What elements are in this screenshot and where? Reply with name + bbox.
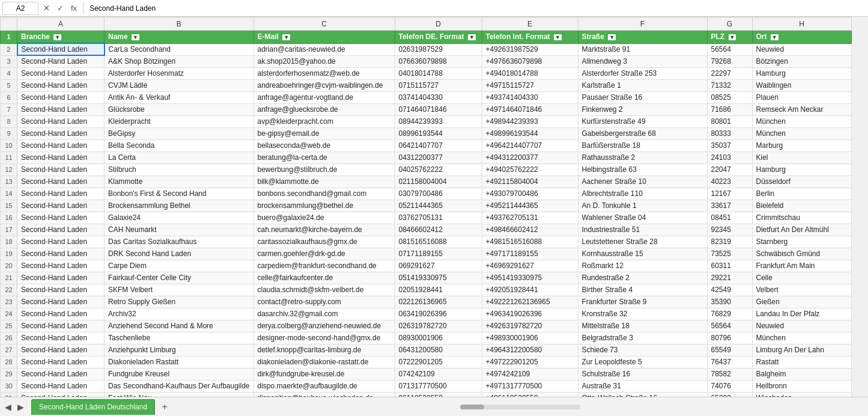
cell-27-telInt[interactable]: +4964312200580 bbox=[482, 344, 578, 356]
cell-6-plz[interactable]: 08525 bbox=[707, 91, 752, 103]
cell-11-telInt[interactable]: +494312200377 bbox=[482, 151, 578, 164]
cell-17-name[interactable]: CAH Neumarkt bbox=[105, 224, 254, 236]
cell-6-branche[interactable]: Second-Hand Laden bbox=[17, 91, 105, 103]
header-plz[interactable]: PLZ ▼ bbox=[707, 31, 752, 44]
cell-15-email[interactable]: brockensammlung@bethel.de bbox=[253, 200, 395, 212]
cell-5-ort[interactable]: Waiblingen bbox=[752, 79, 851, 91]
cell-16-name[interactable]: Galaxie24 bbox=[105, 212, 254, 224]
cell-2-name[interactable]: CarLa Secondhand bbox=[105, 43, 254, 55]
cell-5-email[interactable]: andreaboehringer@cvjm-waiblingen.de bbox=[253, 79, 395, 91]
cell-7-strasse[interactable]: Finkenweg 2 bbox=[578, 103, 707, 115]
cell-19-branche[interactable]: Second-Hand Laden bbox=[17, 248, 105, 260]
cell-25-ort[interactable]: Neuwied bbox=[752, 320, 851, 332]
header-ort[interactable]: Ort ▼ bbox=[752, 31, 851, 44]
cell-13-plz[interactable]: 40223 bbox=[707, 176, 752, 188]
cell-14-ort[interactable]: Berlin bbox=[752, 188, 851, 200]
cell-13-branche[interactable]: Second-Hand Laden bbox=[17, 176, 105, 188]
cell-14-telInt[interactable]: +493079700486 bbox=[482, 188, 578, 200]
cell-31-plz[interactable]: 65203 bbox=[707, 392, 752, 397]
filter-email-icon[interactable]: ▼ bbox=[282, 34, 290, 40]
cell-9-email[interactable]: be-gipsy@email.de bbox=[253, 127, 395, 139]
cell-12-email[interactable]: bewerbung@stilbruch.de bbox=[253, 164, 395, 176]
cell-30-telInt[interactable]: +4971317770500 bbox=[482, 380, 578, 392]
cell-11-branche[interactable]: Second-Hand Laden bbox=[17, 151, 105, 164]
cell-31-telInt[interactable]: +496119530550 bbox=[482, 392, 578, 397]
cell-7-ort[interactable]: Remseck Am Neckar bbox=[752, 103, 851, 115]
cell-26-name[interactable]: Taschenliebe bbox=[105, 332, 254, 344]
cell-12-ort[interactable]: Hamburg bbox=[752, 164, 851, 176]
tab-nav-right[interactable]: ▶ bbox=[15, 401, 26, 413]
cell-9-strasse[interactable]: Gabelsbergerstraße 68 bbox=[578, 127, 707, 139]
cell-5-strasse[interactable]: Karlstraße 1 bbox=[578, 79, 707, 91]
cell-27-strasse[interactable]: Schiede 73 bbox=[578, 344, 707, 356]
cell-29-name[interactable]: Fundgrube Kreusel bbox=[105, 368, 254, 380]
cell-17-email[interactable]: cah.neumarkt@kirche-bayern.de bbox=[253, 224, 395, 236]
cell-3-plz[interactable]: 79268 bbox=[707, 55, 752, 67]
cell-5-telInt[interactable]: +49715115727 bbox=[482, 79, 578, 91]
cell-14-email[interactable]: bonbons.secondhand@gmail.com bbox=[253, 188, 395, 200]
cell-25-telDE[interactable]: 026319782720 bbox=[395, 320, 482, 332]
cell-13-strasse[interactable]: Aachener Straße 10 bbox=[578, 176, 707, 188]
cell-25-email[interactable]: derya.colberg@anziehend-neuwied.de bbox=[253, 320, 395, 332]
cell-9-ort[interactable]: München bbox=[752, 127, 851, 139]
cell-15-telDE[interactable]: 05211444365 bbox=[395, 200, 482, 212]
scroll-track[interactable] bbox=[460, 405, 580, 409]
cell-2-email[interactable]: adrian@caritas-neuwied.de bbox=[253, 43, 395, 55]
cell-30-name[interactable]: Das Secondhand-Kaufhaus Der Aufbaugilde bbox=[105, 380, 254, 392]
cell-22-branche[interactable]: Second-Hand Laden bbox=[17, 284, 105, 296]
cell-22-name[interactable]: SKFM Velbert bbox=[105, 284, 254, 296]
cell-28-telInt[interactable]: +497222901205 bbox=[482, 356, 578, 368]
cell-23-name[interactable]: Retro Supply Gießen bbox=[105, 296, 254, 308]
cell-12-telInt[interactable]: +494025762222 bbox=[482, 164, 578, 176]
cell-10-name[interactable]: Bella Seconda bbox=[105, 139, 254, 151]
cell-31-branche[interactable]: Second-Hand Laden bbox=[17, 392, 105, 397]
cell-13-name[interactable]: Klammotte bbox=[105, 176, 254, 188]
cell-5-plz[interactable]: 71332 bbox=[707, 79, 752, 91]
cancel-icon[interactable]: ✕ bbox=[41, 2, 52, 14]
cell-11-ort[interactable]: Kiel bbox=[752, 151, 851, 164]
tab-nav-left[interactable]: ◀ bbox=[2, 401, 14, 413]
cell-16-telDE[interactable]: 03762705131 bbox=[395, 212, 482, 224]
cell-11-plz[interactable]: 24103 bbox=[707, 151, 752, 164]
cell-22-plz[interactable]: 42549 bbox=[707, 284, 752, 296]
filter-strasse-icon[interactable]: ▼ bbox=[608, 34, 616, 40]
cell-28-plz[interactable]: 76437 bbox=[707, 356, 752, 368]
cell-16-telInt[interactable]: +493762705131 bbox=[482, 212, 578, 224]
cell-29-branche[interactable]: Second-Hand Laden bbox=[17, 368, 105, 380]
cell-17-branche[interactable]: Second-Hand Laden bbox=[17, 224, 105, 236]
cell-12-telDE[interactable]: 04025762222 bbox=[395, 164, 482, 176]
cell-22-email[interactable]: claudia.schmidt@skfm-velbert.de bbox=[253, 284, 395, 296]
cell-26-telDE[interactable]: 08930001906 bbox=[395, 332, 482, 344]
cell-23-telDE[interactable]: 022126136965 bbox=[395, 296, 482, 308]
cell-20-telInt[interactable]: +46969291627 bbox=[482, 260, 578, 272]
cell-25-plz[interactable]: 56564 bbox=[707, 320, 752, 332]
cell-3-name[interactable]: A&K Shop Bötzingen bbox=[105, 55, 254, 67]
cell-18-telInt[interactable]: +4981516516088 bbox=[482, 236, 578, 248]
cell-26-branche[interactable]: Second-Hand Laden bbox=[17, 332, 105, 344]
cell-20-email[interactable]: carpediem@frankfurt-secondhand.de bbox=[253, 260, 395, 272]
fx-icon[interactable]: fx bbox=[68, 2, 79, 14]
cell-21-ort[interactable]: Celle bbox=[752, 272, 851, 284]
cell-18-plz[interactable]: 82319 bbox=[707, 236, 752, 248]
col-header-f[interactable]: F bbox=[578, 17, 707, 31]
cell-24-branche[interactable]: Second-Hand Laden bbox=[17, 308, 105, 320]
cell-12-branche[interactable]: Second-Hand Laden bbox=[17, 164, 105, 176]
cell-25-strasse[interactable]: Mittelstraße 18 bbox=[578, 320, 707, 332]
cell-25-branche[interactable]: Second-Hand Laden bbox=[17, 320, 105, 332]
cell-26-ort[interactable]: München bbox=[752, 332, 851, 344]
cell-27-email[interactable]: detlef.knopp@caritas-limburg.de bbox=[253, 344, 395, 356]
cell-19-telDE[interactable]: 07171189155 bbox=[395, 248, 482, 260]
cell-12-plz[interactable]: 22047 bbox=[707, 164, 752, 176]
cell-30-strasse[interactable]: Austraße 31 bbox=[578, 380, 707, 392]
cell-11-email[interactable]: beratung@la-certa.de bbox=[253, 151, 395, 164]
cell-24-ort[interactable]: Landau In Der Pfalz bbox=[752, 308, 851, 320]
cell-20-ort[interactable]: Frankfurt Am Main bbox=[752, 260, 851, 272]
cell-10-branche[interactable]: Second-Hand Laden bbox=[17, 139, 105, 151]
cell-2-telInt[interactable]: +492631987529 bbox=[482, 43, 578, 55]
cell-31-ort[interactable]: Wiesbaden bbox=[752, 392, 851, 397]
cell-18-strasse[interactable]: Leutstettener Straße 28 bbox=[578, 236, 707, 248]
cell-3-ort[interactable]: Bötzingen bbox=[752, 55, 851, 67]
cell-18-branche[interactable]: Second-Hand Laden bbox=[17, 236, 105, 248]
cell-6-ort[interactable]: Plauen bbox=[752, 91, 851, 103]
cell-8-name[interactable]: Kleiderpracht bbox=[105, 115, 254, 127]
